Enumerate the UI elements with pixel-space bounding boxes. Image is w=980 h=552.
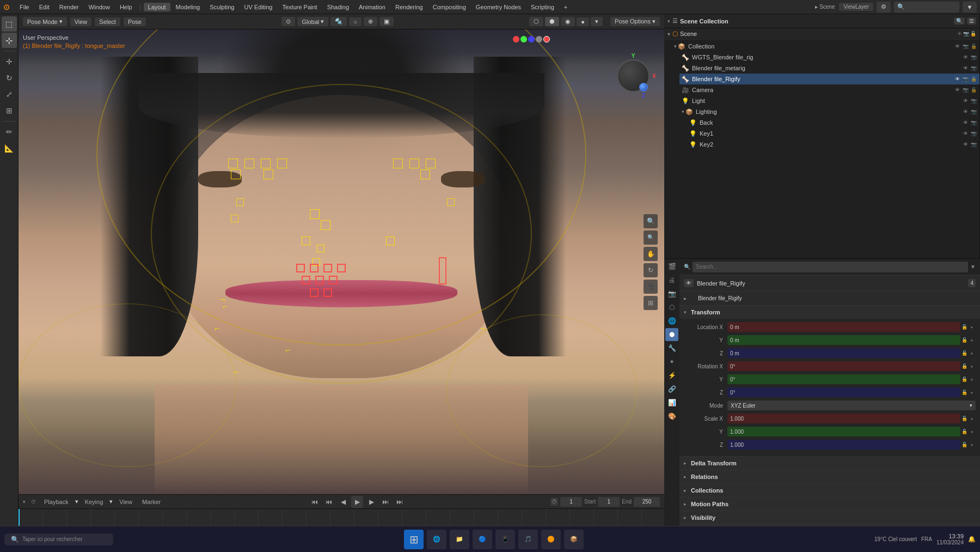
prev-keyframe-btn[interactable]: ⏮ bbox=[323, 496, 335, 508]
tool-select-box[interactable]: ⬚ bbox=[2, 16, 17, 32]
col-eye[interactable]: 👁 bbox=[953, 43, 961, 50]
wireframe-shading[interactable]: ⬡ bbox=[529, 17, 543, 26]
prev-frame-btn[interactable]: ◀ bbox=[337, 496, 349, 508]
back-eye[interactable]: 👁 bbox=[961, 119, 969, 126]
outliner-filter[interactable]: ☰ bbox=[967, 17, 976, 25]
props-tab-render[interactable]: 🎬 bbox=[665, 260, 678, 273]
props-filter-btn[interactable]: ▼ bbox=[970, 264, 976, 270]
workspace-geometry-nodes[interactable]: Geometry Nodes bbox=[471, 3, 525, 11]
rot-y-lock[interactable]: 🔓 bbox=[960, 377, 968, 382]
solid-shading[interactable]: ⬢ bbox=[545, 17, 559, 26]
loc-z-lock[interactable]: 🔓 bbox=[960, 350, 968, 356]
metarig-eye[interactable]: 👁 bbox=[961, 64, 969, 72]
collections-header[interactable]: ▸ Collections bbox=[679, 484, 980, 497]
jump-end-btn[interactable]: ⏭ bbox=[394, 496, 406, 508]
rotation-mode-field[interactable]: XYZ Euler ▾ bbox=[727, 401, 976, 410]
viewport-shading-btn[interactable]: View bbox=[70, 17, 92, 26]
tool-annotate[interactable]: ✏ bbox=[2, 124, 17, 139]
scene-settings-btn[interactable]: ⚙ bbox=[877, 2, 891, 13]
menu-edit[interactable]: Edit bbox=[35, 3, 54, 11]
light-eye[interactable]: 👁 bbox=[961, 97, 969, 105]
playback-dropdown[interactable]: ▾ bbox=[75, 498, 78, 505]
tool-rotate[interactable]: ↻ bbox=[2, 70, 17, 86]
nav-pan[interactable]: ✋ bbox=[644, 247, 658, 261]
relations-header[interactable]: ▸ Relations bbox=[679, 470, 980, 483]
taskbar-clock[interactable]: 13:39 11/03/2024 bbox=[936, 533, 964, 545]
props-tab-particles[interactable]: ✦ bbox=[665, 355, 678, 368]
mode-selector[interactable]: Pose Mode ▾ bbox=[23, 17, 67, 26]
location-y-field[interactable]: 0 m bbox=[727, 335, 960, 345]
rotation-y-field[interactable]: 0° bbox=[727, 374, 960, 384]
select-menu-btn[interactable]: Select bbox=[95, 17, 120, 26]
current-frame-input[interactable]: 1 bbox=[560, 497, 582, 507]
scale-y-lock[interactable]: 🔓 bbox=[960, 429, 968, 434]
rigify-lock[interactable]: 🔓 bbox=[970, 75, 977, 83]
menu-render[interactable]: Render bbox=[55, 3, 83, 11]
scale-x-field[interactable]: 1.000 bbox=[727, 414, 960, 423]
metarig-cam[interactable]: 📷 bbox=[970, 64, 977, 72]
taskbar-blender[interactable]: 🟠 bbox=[541, 530, 561, 549]
nav-camera[interactable]: 🎥 bbox=[644, 280, 658, 294]
lighting-cam[interactable]: 📷 bbox=[970, 108, 977, 116]
key2-cam[interactable]: 📷 bbox=[970, 141, 977, 148]
props-tab-output[interactable]: 🖨 bbox=[665, 274, 678, 287]
lighting-eye[interactable]: 👁 bbox=[961, 108, 969, 116]
next-frame-btn[interactable]: ▶ bbox=[365, 496, 377, 508]
outliner-rigify[interactable]: 🦴 Blender file_Rigify 👁 📷 🔓 bbox=[679, 74, 979, 84]
rot-x-anim[interactable]: ● bbox=[968, 364, 976, 369]
rot-z-lock[interactable]: 🔓 bbox=[960, 390, 968, 395]
tool-transform[interactable]: ⊞ bbox=[2, 103, 17, 118]
workspace-rendering[interactable]: Rendering bbox=[391, 3, 427, 11]
props-tab-object[interactable]: ⬢ bbox=[665, 328, 678, 341]
outliner-collection[interactable]: ▾ 📦 Collection 👁 📷 🔓 bbox=[672, 41, 979, 52]
timeline-keying-btn[interactable]: Keying bbox=[82, 498, 107, 506]
outliner-back[interactable]: 💡 Back 👁 📷 bbox=[687, 117, 979, 128]
props-search-input[interactable] bbox=[693, 262, 968, 272]
props-tab-world[interactable]: 🌐 bbox=[665, 314, 678, 327]
outliner-search[interactable]: 🔍 bbox=[954, 17, 965, 25]
pose-options-btn[interactable]: Pose Options ▾ bbox=[610, 17, 660, 26]
menu-file[interactable]: File bbox=[15, 3, 34, 11]
end-frame-input[interactable]: 250 bbox=[634, 497, 660, 507]
props-tab-view[interactable]: 📷 bbox=[665, 287, 678, 300]
taskbar-explorer[interactable]: 📁 bbox=[450, 530, 469, 549]
taskbar-search[interactable]: 🔍 Taper ici pour rechercher bbox=[4, 533, 113, 545]
proportional-edit-btn[interactable]: ○ bbox=[349, 17, 362, 26]
tool-move[interactable]: ✛ bbox=[2, 54, 17, 69]
visibility-header[interactable]: ▸ Visibility bbox=[679, 511, 980, 524]
taskbar-app2[interactable]: 📱 bbox=[495, 530, 515, 549]
workspace-layout[interactable]: Layout bbox=[144, 3, 170, 11]
scale-z-lock[interactable]: 🔓 bbox=[960, 442, 968, 447]
key2-eye[interactable]: 👁 bbox=[961, 141, 969, 148]
transform-header[interactable]: ▾ Transform bbox=[679, 306, 980, 319]
taskbar-edge[interactable]: 🌐 bbox=[427, 530, 446, 549]
motion-paths-header[interactable]: ▸ Motion Paths bbox=[679, 498, 980, 511]
scene-expand[interactable]: ▾ bbox=[667, 31, 670, 37]
scale-y-field[interactable]: 1.000 bbox=[727, 427, 960, 436]
tool-measure[interactable]: 📐 bbox=[2, 141, 17, 156]
light-cam[interactable]: 📷 bbox=[970, 97, 977, 105]
taskbar-app5[interactable]: 📦 bbox=[564, 530, 584, 549]
location-z-field[interactable]: 0 m bbox=[727, 348, 960, 358]
wgts-cam[interactable]: 📷 bbox=[970, 53, 977, 61]
col-lock[interactable]: 🔓 bbox=[970, 43, 977, 50]
tool-scale[interactable]: ⤢ bbox=[2, 87, 17, 102]
rotation-x-field[interactable]: 0° bbox=[727, 361, 960, 371]
overlay-btn[interactable]: ⊕ bbox=[364, 17, 377, 26]
scale-z-field[interactable]: 1.000 bbox=[727, 440, 960, 450]
props-tab-material[interactable]: 🎨 bbox=[665, 410, 678, 423]
scale-z-anim[interactable]: ● bbox=[968, 442, 976, 447]
nav-grid[interactable]: ⊞ bbox=[644, 296, 658, 310]
scale-x-anim[interactable]: ● bbox=[968, 416, 976, 421]
workspace-modeling[interactable]: Modeling bbox=[171, 3, 205, 11]
cam-cam[interactable]: 📷 bbox=[961, 86, 969, 94]
wgts-eye[interactable]: 👁 bbox=[961, 53, 969, 61]
outliner-lighting[interactable]: ▾ 📦 Lighting 👁 📷 bbox=[679, 106, 979, 117]
pose-menu-btn[interactable]: Pose bbox=[124, 17, 146, 26]
workspace-shading[interactable]: Shading bbox=[323, 3, 353, 11]
view-layer-label[interactable]: ViewLayer bbox=[839, 3, 873, 11]
obj-num[interactable]: 4 bbox=[968, 279, 976, 287]
outliner-key2[interactable]: 💡 Key2 👁 📷 bbox=[687, 139, 979, 150]
outliner-camera[interactable]: 🎥 Camera 👁 📷 🔓 bbox=[679, 84, 979, 95]
transform-orientation-btn[interactable]: Global▾ bbox=[297, 17, 328, 26]
